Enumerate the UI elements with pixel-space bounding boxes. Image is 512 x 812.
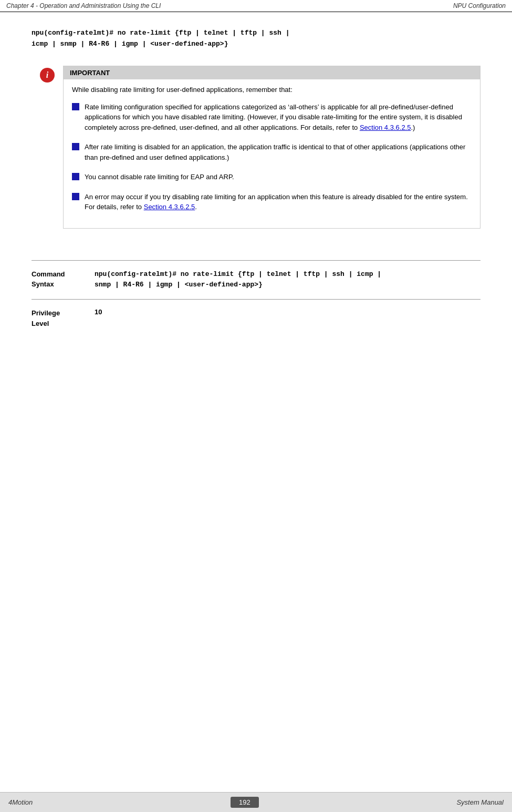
footer-left: 4Motion — [8, 798, 33, 806]
bullet-icon-3 — [72, 173, 79, 180]
bullet-item-4: An error may occur if you try disabling … — [72, 192, 472, 212]
important-icon: i — [40, 68, 55, 83]
bullet-text-1: Rate limiting configuration specified fo… — [85, 102, 472, 133]
bullet-icon-4 — [72, 193, 79, 200]
important-section: i IMPORTANT While disabling rate limitin… — [32, 66, 480, 244]
top-code-line2: icmp | snmp | R4-R6 | igmp | <user-defin… — [32, 39, 480, 50]
bullet-item-1: Rate limiting configuration specified fo… — [72, 102, 472, 133]
bullet-icon-2 — [72, 143, 79, 150]
bullet-text-3: You cannot disable rate limiting for EAP… — [85, 172, 472, 182]
page-footer: 4Motion 192 System Manual — [0, 792, 512, 812]
command-syntax-row: Command Syntax npu(config-ratelmt)# no r… — [32, 260, 480, 300]
command-syntax-label: Command Syntax — [32, 269, 95, 290]
bullet-text-2: After rate limiting is disabled for an a… — [85, 142, 472, 162]
important-intro: While disabling rate limiting for user-d… — [72, 86, 472, 94]
privilege-level-row: Privilege Level 10 — [32, 299, 480, 337]
privilege-level-label: Privilege Level — [32, 308, 95, 328]
bullet-icon-1 — [72, 103, 79, 110]
important-content: IMPORTANT While disabling rate limiting … — [63, 66, 480, 244]
page-header: Chapter 4 - Operation and Administration… — [0, 0, 512, 12]
privilege-level-value: 10 — [95, 308, 480, 316]
bullet-link-1[interactable]: Section 4.3.6.2.5 — [360, 124, 411, 131]
header-section: NPU Configuration — [453, 2, 506, 9]
bullet-item-2: After rate limiting is disabled for an a… — [72, 142, 472, 162]
top-code-line1: npu(config-ratelmt)# no rate-limit {ftp … — [32, 28, 480, 39]
header-chapter: Chapter 4 - Operation and Administration… — [6, 2, 161, 9]
important-icon-col: i — [32, 66, 63, 244]
bullet-item-3: You cannot disable rate limiting for EAP… — [72, 172, 472, 182]
command-syntax-value: npu(config-ratelmt)# no rate-limit {ftp … — [95, 269, 480, 291]
footer-page-number: 192 — [231, 797, 259, 808]
footer-right: System Manual — [456, 798, 504, 806]
important-body: While disabling rate limiting for user-d… — [64, 79, 480, 228]
main-content: npu(config-ratelmt)# no rate-limit {ftp … — [0, 12, 512, 379]
important-box: IMPORTANT While disabling rate limiting … — [63, 66, 480, 229]
top-code-block: npu(config-ratelmt)# no rate-limit {ftp … — [32, 28, 480, 50]
bullet-text-4: An error may occur if you try disabling … — [85, 192, 472, 212]
bullet-list: Rate limiting configuration specified fo… — [72, 102, 472, 212]
important-header: IMPORTANT — [64, 66, 480, 79]
bullet-link-4[interactable]: Section 4.3.6.2.5 — [144, 203, 195, 211]
important-title: IMPORTANT — [70, 69, 110, 77]
